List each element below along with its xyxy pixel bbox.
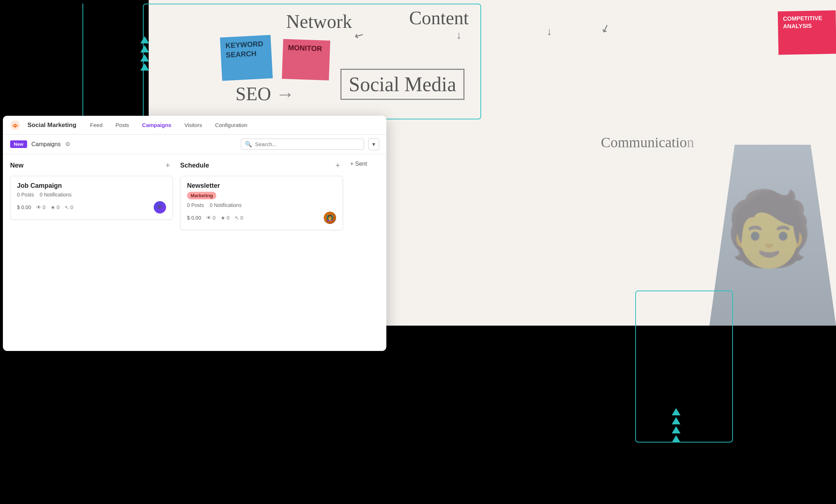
card-job-campaign-title: Job Campaign	[17, 182, 166, 190]
column-new-title: New	[10, 162, 24, 169]
card-newsletter[interactable]: Newsletter Marketing 0 Posts 0 Notificat…	[180, 176, 343, 230]
search-dropdown[interactable]: ▾	[368, 138, 379, 150]
arrow-tri-2	[140, 45, 149, 52]
views-count: 0	[43, 204, 46, 210]
card-newsletter-posts: 0 Posts	[187, 202, 204, 208]
card-newsletter-notifications: 0 Notifications	[210, 202, 242, 208]
connector-line-vertical-left	[82, 4, 83, 119]
clicks-group: ↖ 0	[65, 204, 73, 210]
newsletter-stars-group: ★ 0	[221, 215, 230, 221]
connector-box-bottom	[635, 291, 733, 442]
arrow-tri-b2	[672, 417, 680, 424]
card-job-campaign[interactable]: Job Campaign 0 Posts 0 Notifications $ 0…	[10, 176, 173, 220]
svg-point-0	[10, 120, 20, 130]
kanban-area: New + Job Campaign 0 Posts 0 Notificatio…	[3, 154, 386, 351]
arrow-tri-b3	[672, 426, 680, 433]
card-job-campaign-footer: $ 0.00 👁 0 ★ 0 ↖ 0	[17, 201, 166, 213]
avatar-emoji-2: 👩‍🏫	[326, 215, 334, 221]
column-new: New + Job Campaign 0 Posts 0 Notificatio…	[10, 160, 173, 345]
arrow-tri-b4	[672, 435, 680, 442]
newsletter-clicks-group: ↖ 0	[235, 215, 243, 221]
connector-box-top	[143, 4, 481, 119]
newsletter-views-count: 0	[213, 215, 216, 221]
nav-feed[interactable]: Feed	[87, 120, 105, 130]
svg-point-1	[14, 126, 16, 127]
views-group: 👁 0	[36, 204, 46, 210]
card-avatar-2: 👩‍🏫	[324, 212, 336, 224]
eye-icon: 👁	[36, 204, 41, 210]
settings-icon[interactable]: ⚙	[65, 141, 70, 148]
sent-link[interactable]: + Sent	[350, 161, 367, 167]
arrow-sketch-4: ↙	[599, 21, 612, 35]
card-avatar-1: 👁	[154, 201, 166, 213]
card-icons: 👁 0 ★ 0 ↖ 0	[36, 204, 149, 210]
breadcrumb-campaigns: Campaigns	[31, 141, 61, 148]
column-new-header: New +	[10, 160, 173, 171]
search-container: 🔍	[241, 139, 364, 150]
card-amount: $ 0.00	[17, 204, 31, 210]
column-new-add-button[interactable]: +	[162, 160, 173, 171]
stars-count: 0	[57, 204, 60, 210]
card-newsletter-icons: 👁 0 ★ 0 ↖ 0	[206, 215, 319, 221]
newsletter-eye-icon: 👁	[206, 215, 211, 221]
newsletter-clicks-count: 0	[241, 215, 243, 221]
nav-bar: Social Marketing Feed Posts Campaigns Vi…	[3, 116, 386, 135]
avatar-img-2: 👩‍🏫	[324, 212, 336, 224]
card-notifications-count: 0 Notifications	[40, 192, 72, 198]
brand-name: Social Marketing	[27, 122, 76, 129]
nav-posts[interactable]: Posts	[113, 120, 132, 130]
avatar-img-1: 👁	[154, 201, 166, 213]
newsletter-cursor-icon: ↖	[235, 215, 239, 221]
arrow-sketch-3: ↓	[547, 25, 552, 38]
newsletter-stars-count: 0	[227, 215, 230, 221]
column-schedule-title: Schedule	[180, 162, 209, 169]
nav-visitors[interactable]: Visitors	[182, 120, 205, 130]
stars-group: ★ 0	[51, 204, 60, 210]
newsletter-star-icon: ★	[221, 215, 225, 221]
card-job-campaign-stats: 0 Posts 0 Notifications	[17, 192, 166, 198]
column-schedule: Schedule + Newsletter Marketing 0 Posts …	[180, 160, 343, 345]
column-schedule-header: Schedule +	[180, 160, 343, 171]
card-newsletter-stats: 0 Posts 0 Notifications	[187, 202, 336, 208]
sent-area: + Sent	[350, 160, 367, 345]
chevron-down-icon: ▾	[372, 141, 375, 147]
arrow-tri-3	[140, 54, 149, 62]
column-schedule-add-button[interactable]: +	[332, 160, 343, 171]
arrow-tri-b1	[672, 408, 680, 415]
card-newsletter-title: Newsletter	[187, 182, 336, 190]
app-window: Social Marketing Feed Posts Campaigns Vi…	[3, 116, 386, 351]
app-logo	[10, 120, 20, 130]
toolbar: New Campaigns ⚙ 🔍 ▾	[3, 135, 386, 154]
text-communication: Communication	[601, 134, 694, 151]
search-icon: 🔍	[245, 141, 252, 148]
nav-configuration[interactable]: Configuration	[212, 120, 250, 130]
card-marketing-tag: Marketing	[187, 192, 216, 199]
card-newsletter-footer: $ 0.00 👁 0 ★ 0 ↖ 0	[187, 212, 336, 224]
search-input[interactable]	[255, 141, 360, 147]
new-badge: New	[10, 140, 27, 148]
clicks-count: 0	[71, 204, 73, 210]
sticky-competitive: COMPETITIVEANALYSIS	[778, 10, 836, 55]
card-posts-count: 0 Posts	[17, 192, 34, 198]
cursor-icon: ↖	[65, 204, 69, 210]
arrows-up-group	[140, 36, 149, 71]
arrow-tri-1	[140, 36, 149, 43]
newsletter-views-group: 👁 0	[206, 215, 216, 221]
person-icon: 🧑	[724, 186, 814, 271]
avatar-emoji-1: 👁	[157, 204, 163, 211]
nav-campaigns[interactable]: Campaigns	[139, 120, 174, 130]
arrow-tri-4	[140, 63, 149, 71]
star-icon: ★	[51, 204, 55, 210]
card-newsletter-amount: $ 0.00	[187, 215, 201, 221]
arrows-bottom-group	[672, 408, 680, 442]
